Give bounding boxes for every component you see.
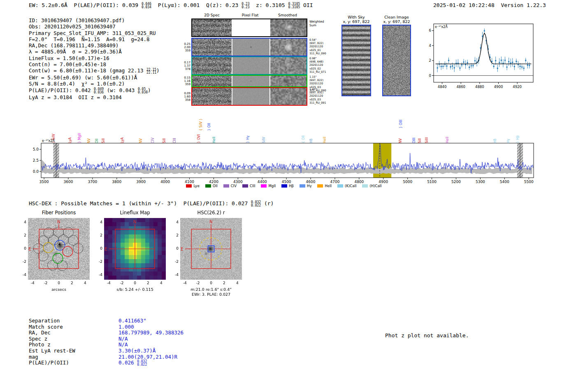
line-marker: LyA: [69, 137, 72, 143]
match-row-value: 168.797989, 49.388326: [118, 329, 183, 336]
legend-item: Hβ: [281, 184, 294, 188]
line-marker: SiIII: [425, 137, 429, 143]
legend-swatch: [242, 184, 248, 188]
line-marker: CIV: [151, 138, 155, 143]
header-meta: 2025-01-02 10:22:48 Version 1.22.3: [433, 2, 546, 8]
line-marker: LyA: [121, 137, 124, 143]
fiber-weight-labels: 0.091.60358: [182, 92, 190, 102]
info-line: λ = 4885.09Å σ = 2.99(±0.36)Å: [29, 49, 160, 55]
spec2d-col-header: Smoothed: [269, 13, 306, 17]
match-row-label: P(LAE)/P(OII): [29, 360, 118, 366]
match-row: P(LAE)/P(OII)0.026 0.0320.022: [29, 360, 183, 366]
line-marker: SiII: [102, 138, 105, 143]
pixel-flat-image: [232, 76, 269, 86]
legend-item: MgII: [261, 184, 276, 188]
smoothed-image: [270, 19, 307, 36]
x-tick-label: -2: [194, 281, 202, 285]
weighted-sum-label: WeightedSum: [309, 20, 327, 27]
pixel-flat-image: [232, 88, 269, 105]
x-tick-label: 0: [131, 281, 139, 285]
y-tick-label: -2: [18, 260, 26, 264]
line-marker: SiII: [418, 138, 422, 143]
match-row-value: 0.026 0.0320.022: [118, 360, 147, 366]
line-marker: } Hβ: [516, 135, 520, 143]
spec2d-row: [191, 19, 307, 37]
line-marker: } OIII: [399, 120, 403, 128]
x-tick-label: 4: [157, 281, 165, 285]
match-row: Match score1.000: [29, 324, 183, 330]
info-line: ID: 3010639407 (3010639407.pdf): [29, 17, 160, 23]
with-sky-title: With Sky: [340, 15, 373, 19]
legend-item: (H)CaII: [362, 184, 381, 188]
line-marker: NV: [88, 139, 91, 143]
line-marker: } OVI: [197, 134, 201, 143]
match-row-label: Match score: [29, 324, 118, 330]
svg-text:4900: 4900: [494, 85, 503, 89]
legend-label: (K)CaII: [345, 184, 356, 188]
line-marker: Hδ: [494, 139, 497, 143]
spectrum-legend: LyαOIICIVCIIIMgIIHβHγHeII(K)CaII(H)CaII: [25, 184, 543, 188]
svg-text:3800: 3800: [112, 180, 121, 184]
x-tick-label: 0: [55, 281, 63, 285]
svg-text:4920: 4920: [513, 85, 522, 89]
spec2d-panel: 2D SpecPixel FlatSmoothedWeightedSum0.25…: [182, 12, 327, 108]
fiber-annotation: 0.54"(697, 822)20201120v025_01311_RU_090: [309, 38, 327, 55]
info-line: P(LAE)/P(OII): 0.042 0.0490.036 (w: 0.04…: [29, 87, 160, 94]
line-marker: { SiIV }: [200, 118, 203, 131]
spec2d-image: [192, 39, 232, 56]
with-sky-image: [341, 25, 371, 96]
svg-text:4800: 4800: [354, 180, 364, 184]
svg-text:5.0: 5.0: [33, 147, 39, 151]
match-row-value: 0.411663": [118, 318, 146, 324]
legend-label: Lyα: [193, 184, 200, 188]
legend-item: HeII: [317, 184, 332, 188]
fiber-annotation: 0.98"(698, 648)20201120v025_02311_RU_071: [309, 57, 327, 74]
cutout-title: HSC(26.2) r: [180, 210, 242, 216]
line-marker: } MgII: [78, 133, 81, 143]
line-marker: OIII: [413, 138, 416, 143]
svg-text:E: E: [181, 247, 183, 251]
svg-text:0.0: 0.0: [33, 169, 39, 174]
match-row-value: 21.00(20.97,21.04)R: [118, 354, 177, 360]
legend-row: LyαOIICIVCIIIMgIIHβHγHeII(K)CaII(H)CaII: [25, 184, 543, 188]
svg-text:2.5: 2.5: [33, 158, 39, 162]
x-tick-label: 0: [207, 281, 215, 285]
x-tick-label: 2: [144, 281, 152, 285]
legend-item: CIII: [242, 184, 255, 188]
cutout-title: Lineflux Map: [104, 210, 166, 216]
line-marker: HeII: [323, 137, 327, 143]
photz-note: Phot z plot not available.: [385, 332, 469, 339]
match-row-value: N/A: [118, 341, 128, 348]
legend-label: CIII: [250, 184, 255, 188]
legend-swatch: [362, 184, 368, 188]
fiber-weight-labels: 0.171.37378: [182, 61, 190, 71]
smoothed-image: [270, 76, 307, 86]
report-version: Version 1.22.3: [501, 2, 546, 8]
svg-text:4860: 4860: [456, 85, 465, 89]
line-marker: SiII: [163, 138, 166, 143]
spec2d-row: [191, 87, 307, 106]
spec2d-image: [192, 57, 232, 74]
svg-text:3500: 3500: [39, 180, 49, 184]
y-tick-label: 2: [18, 233, 26, 237]
y-tick-label: -4: [170, 273, 179, 277]
legend-label: Hγ: [307, 184, 311, 188]
with-sky-coords: x, y: 697, 822: [340, 19, 373, 24]
line-marker: Hγ: [507, 139, 510, 143]
svg-text:4600: 4600: [306, 180, 316, 184]
y-tick-label: 2: [170, 233, 179, 237]
x-tick-label: 4: [81, 281, 89, 285]
line-marker: OII: [95, 139, 99, 143]
match-row-label: RA, Dec: [29, 329, 118, 336]
legend-item: (K)CaII: [337, 184, 356, 188]
y-tick-label: 4: [18, 220, 26, 224]
y-tick-label: 4: [170, 220, 179, 224]
match-row-label: Est LyA rest-EW: [29, 348, 118, 354]
legend-label: Hβ: [289, 184, 294, 188]
match-row-label: mag: [29, 354, 118, 360]
hsc-match-line: HSC-DEX : Possible Matches = 1 (within +…: [29, 200, 274, 207]
clean-image-panel: Clean Image x, y: 697, 822: [380, 15, 413, 96]
svg-text:5400: 5400: [500, 180, 509, 184]
catalog-match-table: Separation0.411663"Match score1.000RA, D…: [29, 318, 183, 366]
svg-text:4700: 4700: [330, 180, 340, 184]
